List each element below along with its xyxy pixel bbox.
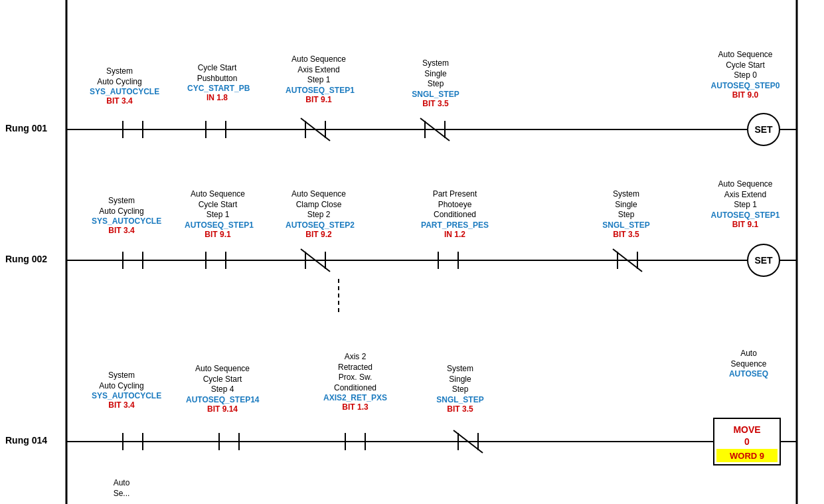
contact-002-1-desc: SystemAuto Cycling SYS_AUTOCYCLE BIT 3.4 [92, 196, 151, 235]
coil-002-desc: Auto SequenceAxis ExtendStep 1 AUTOSEQ_S… [707, 179, 783, 229]
contact-001-3-desc: Auto SequenceAxis ExtendStep 1 AUTOSEQ_S… [286, 54, 352, 104]
partial-label-bottom: AutoSe... [92, 478, 151, 499]
ladder-diagram: SET SET [0, 0, 824, 504]
svg-text:SET: SET [754, 124, 773, 135]
rung-002-label: Rung 002 [5, 254, 47, 264]
contact-002-3-desc: Auto SequenceClamp CloseStep 2 AUTOSEQ_S… [286, 189, 352, 239]
rung-014-label: Rung 014 [5, 435, 47, 446]
contact-002-5-desc: SystemSingleStep SNGL_STEP BIT 3.5 [596, 189, 656, 239]
contact-001-4-desc: SystemSingleStep SNGL_STEP BIT 3.5 [406, 58, 465, 108]
rung-001-label: Rung 001 [5, 123, 47, 133]
svg-text:MOVE: MOVE [733, 424, 760, 435]
contact-014-3-desc: Axis 2RetractedProx. Sw.Conditioned AXIS… [319, 352, 392, 412]
coil-001-desc: Auto SequenceCycle StartStep 0 AUTOSEQ_S… [707, 50, 783, 100]
svg-text:0: 0 [744, 436, 750, 447]
contact-002-4-desc: Part PresentPhotoeyeConditioned PART_PRE… [418, 189, 491, 239]
contact-014-1-desc: SystemAuto Cycling SYS_AUTOCYCLE BIT 3.4 [92, 371, 151, 410]
coil-014-desc: AutoSequence AUTOSEQ [710, 349, 787, 378]
svg-text:SET: SET [754, 255, 773, 266]
contact-001-2-desc: Cycle StartPushbutton CYC_START_PB IN 1.… [187, 63, 247, 102]
contact-014-4-desc: SystemSingleStep SNGL_STEP BIT 3.5 [430, 364, 490, 414]
contact-001-1-desc: SystemAuto Cycling SYS_AUTOCYCLE BIT 3.4 [90, 66, 149, 106]
contact-014-2-desc: Auto SequenceCycle StartStep 4 AUTOSEQ_S… [186, 364, 259, 414]
contact-002-2-desc: Auto SequenceCycle StartStep 1 AUTOSEQ_S… [185, 189, 251, 239]
svg-text:WORD 9: WORD 9 [730, 451, 764, 461]
